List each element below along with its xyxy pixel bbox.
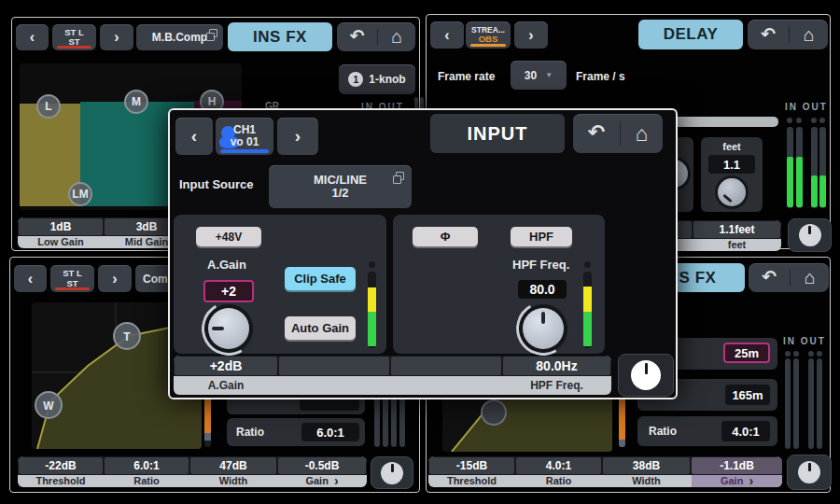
home-icon[interactable]: ⌂: [805, 267, 816, 288]
undo-icon[interactable]: ↶: [762, 266, 777, 287]
gain-cell-value[interactable]: -0.5dB: [278, 457, 366, 474]
nav-group: ↶ ⌂: [748, 20, 828, 49]
back-icon: ‹: [30, 29, 35, 46]
again-knob[interactable]: [208, 308, 249, 349]
hpf-param-label: HPF Freq.: [503, 376, 610, 395]
feet-knob[interactable]: [718, 178, 746, 206]
one-knob-button[interactable]: 1 1-knob: [339, 64, 415, 94]
home-icon[interactable]: ⌂: [391, 26, 402, 48]
comp-scale-knob-button[interactable]: [371, 456, 413, 489]
ratio-row: Ratio 6.0:1: [227, 418, 365, 446]
again-value-selected[interactable]: +2: [203, 280, 254, 302]
channel-select-button[interactable]: CH1 vo 01: [216, 118, 273, 155]
next-channel-button[interactable]: ›: [277, 118, 318, 155]
clock-knob-icon: [798, 461, 820, 483]
ratio-value[interactable]: 6.0:1: [301, 423, 359, 441]
chevron-right-icon: ›: [334, 476, 339, 485]
comp-scale-knob-button[interactable]: [787, 455, 832, 490]
prev-channel-button[interactable]: ‹: [430, 21, 464, 49]
page-title: INS FX: [228, 22, 332, 51]
gain-cell-value-selected[interactable]: -1.1dB: [692, 457, 782, 474]
hpf-button[interactable]: HPF: [511, 227, 572, 246]
feet-param-value[interactable]: 1.1feet: [693, 221, 780, 238]
phase-button[interactable]: Φ: [413, 227, 478, 246]
again-label: A.Gain: [207, 258, 246, 272]
input-source-button[interactable]: MIC/LINE 1/2: [269, 165, 412, 208]
chevron-right-icon: ›: [749, 476, 753, 485]
threshold-label: Threshold: [19, 475, 103, 487]
width-cell-label: Width: [190, 475, 276, 487]
input-source-label: Input Source: [179, 177, 253, 191]
release-value[interactable]: 165m: [725, 385, 770, 405]
undo-icon[interactable]: ↶: [761, 23, 776, 45]
threshold-value[interactable]: -15dB: [429, 457, 514, 474]
ratio-value[interactable]: 4.0:1: [721, 421, 770, 441]
auto-gain-button[interactable]: Auto Gain: [285, 316, 356, 340]
ratio-cell-label: Ratio: [105, 475, 189, 487]
copy-icon: [396, 172, 404, 180]
out-meter-r: [819, 127, 826, 208]
clip-safe-button[interactable]: Clip Safe: [285, 267, 356, 290]
input-level-meter: [368, 272, 376, 348]
in-out-meter-label: IN OUT: [785, 102, 828, 112]
prev-channel-button[interactable]: ‹: [16, 24, 49, 50]
threshold-value[interactable]: -22dB: [19, 457, 103, 474]
low-gain-handle[interactable]: L: [36, 94, 61, 119]
in-meter-l: [787, 127, 793, 208]
page-title: DELAY: [638, 20, 743, 49]
effect-preset-button[interactable]: M.B.Comp: [136, 24, 223, 50]
next-channel-button[interactable]: ›: [98, 265, 132, 292]
mid-gain-handle[interactable]: M: [124, 90, 148, 114]
delay-scale-knob-button[interactable]: [788, 218, 832, 252]
clock-knob-icon: [381, 462, 403, 484]
frame-rate-dropdown[interactable]: 30 ▼: [511, 61, 567, 90]
home-icon[interactable]: ⌂: [804, 24, 815, 46]
curve-handle[interactable]: [482, 400, 506, 425]
channel-color-bar: [470, 44, 506, 47]
ratio-cell-value[interactable]: 6.0:1: [105, 457, 189, 474]
ratio-cell-value[interactable]: 4.0:1: [516, 457, 601, 474]
next-channel-button[interactable]: ›: [514, 21, 548, 49]
channel-select-button[interactable]: STREA... OBS: [466, 21, 511, 49]
width-handle[interactable]: W: [43, 399, 54, 413]
channel-select-button[interactable]: ST LST: [52, 24, 96, 50]
back-icon: ‹: [28, 271, 33, 287]
width-cell-value[interactable]: 38dB: [603, 457, 690, 474]
threshold-handle[interactable]: T: [123, 330, 131, 343]
hpf-freq-value[interactable]: 80.0: [518, 280, 567, 299]
forward-icon: ›: [528, 27, 533, 44]
feet-value[interactable]: 1.1: [708, 155, 755, 174]
back-icon: ‹: [444, 27, 449, 44]
low-gain-label: Low Gain: [19, 236, 103, 248]
param-cell[interactable]: [391, 357, 501, 375]
parameter-bar: -22dB Threshold 6.0:1 Ratio 47dB Width -…: [18, 456, 367, 487]
attack-value-selected[interactable]: 25m: [723, 343, 770, 363]
input-scale-knob-button[interactable]: [618, 354, 674, 397]
width-cell-value[interactable]: 47dB: [190, 457, 276, 474]
one-knob-icon: 1: [348, 72, 363, 87]
next-channel-button[interactable]: ›: [100, 24, 133, 50]
gain-cell-label[interactable]: Gain›: [278, 475, 366, 487]
channel-color-bar: [55, 287, 90, 290]
forward-icon: ›: [295, 126, 301, 147]
parameter-bar: -15dB Threshold 4.0:1 Ratio 38dB Width -…: [428, 456, 782, 487]
prev-channel-button[interactable]: ‹: [175, 118, 213, 155]
param-cell[interactable]: [279, 357, 389, 375]
hpf-freq-label: HPF Freq.: [512, 258, 569, 272]
low-mid-xover-handle[interactable]: LM: [68, 182, 92, 206]
prev-channel-button[interactable]: ‹: [14, 265, 47, 292]
hpf-param-value[interactable]: 80.0Hz: [503, 357, 610, 375]
home-icon[interactable]: ⌂: [635, 121, 648, 147]
undo-icon[interactable]: ↶: [588, 120, 605, 145]
again-param-value[interactable]: +2dB: [175, 357, 277, 375]
undo-icon[interactable]: ↶: [350, 25, 365, 47]
low-gain-value[interactable]: 1dB: [19, 218, 103, 235]
hpf-freq-knob[interactable]: [523, 308, 564, 349]
nav-group: ↶ ⌂: [573, 114, 663, 153]
input-level-meter: [583, 272, 592, 348]
parameter-bar: +2dB A.Gain 80.0Hz HPF Freq.: [174, 356, 611, 395]
out-meter-l: [811, 127, 818, 208]
phantom-48v-button[interactable]: +48V: [196, 227, 261, 246]
channel-select-button[interactable]: ST LST: [50, 265, 94, 292]
gain-cell-label-selected[interactable]: Gain›: [692, 475, 782, 487]
